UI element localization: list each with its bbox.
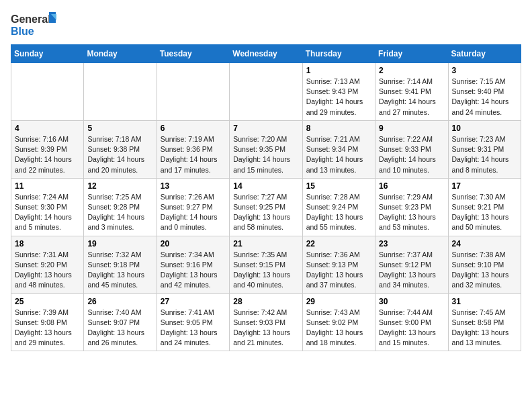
day-number: 11 xyxy=(15,181,80,191)
day-info: Sunrise: 7:13 AM Sunset: 9:43 PM Dayligh… xyxy=(306,77,371,118)
day-number: 9 xyxy=(379,124,444,133)
calendar-cell: 26Sunrise: 7:40 AM Sunset: 9:07 PM Dayli… xyxy=(84,293,157,351)
svg-text:General: General xyxy=(11,13,51,25)
calendar-cell xyxy=(230,63,302,121)
calendar-cell: 23Sunrise: 7:37 AM Sunset: 9:12 PM Dayli… xyxy=(375,236,448,293)
weekday-header-friday: Friday xyxy=(375,45,448,63)
day-number: 5 xyxy=(87,124,152,133)
calendar-cell xyxy=(84,63,157,121)
week-row-2: 4Sunrise: 7:16 AM Sunset: 9:39 PM Daylig… xyxy=(11,120,521,178)
day-info: Sunrise: 7:23 AM Sunset: 9:31 PM Dayligh… xyxy=(452,134,517,175)
calendar-cell xyxy=(11,63,84,121)
calendar-cell: 6Sunrise: 7:19 AM Sunset: 9:36 PM Daylig… xyxy=(157,120,229,178)
calendar-cell: 11Sunrise: 7:24 AM Sunset: 9:30 PM Dayli… xyxy=(11,178,84,236)
day-info: Sunrise: 7:35 AM Sunset: 9:15 PM Dayligh… xyxy=(233,250,298,291)
day-number: 23 xyxy=(379,239,444,248)
day-info: Sunrise: 7:21 AM Sunset: 9:34 PM Dayligh… xyxy=(306,134,371,175)
day-number: 7 xyxy=(233,124,298,133)
day-number: 15 xyxy=(306,181,371,191)
day-info: Sunrise: 7:32 AM Sunset: 9:18 PM Dayligh… xyxy=(87,250,152,291)
day-number: 2 xyxy=(379,66,444,75)
weekday-header-row: SundayMondayTuesdayWednesdayThursdayFrid… xyxy=(11,45,521,63)
day-number: 26 xyxy=(87,297,152,306)
calendar-cell: 20Sunrise: 7:34 AM Sunset: 9:16 PM Dayli… xyxy=(157,236,229,293)
day-info: Sunrise: 7:26 AM Sunset: 9:27 PM Dayligh… xyxy=(161,192,226,233)
day-number: 12 xyxy=(87,181,152,191)
week-row-1: 1Sunrise: 7:13 AM Sunset: 9:43 PM Daylig… xyxy=(11,63,521,121)
day-info: Sunrise: 7:34 AM Sunset: 9:16 PM Dayligh… xyxy=(161,250,226,291)
day-number: 6 xyxy=(161,124,226,133)
day-info: Sunrise: 7:40 AM Sunset: 9:07 PM Dayligh… xyxy=(87,308,152,349)
day-info: Sunrise: 7:41 AM Sunset: 9:05 PM Dayligh… xyxy=(161,308,226,349)
day-number: 10 xyxy=(452,124,517,133)
day-info: Sunrise: 7:16 AM Sunset: 9:39 PM Dayligh… xyxy=(15,134,80,175)
calendar-cell: 14Sunrise: 7:27 AM Sunset: 9:25 PM Dayli… xyxy=(230,178,302,236)
day-info: Sunrise: 7:44 AM Sunset: 9:00 PM Dayligh… xyxy=(379,308,444,349)
day-info: Sunrise: 7:29 AM Sunset: 9:23 PM Dayligh… xyxy=(379,192,444,233)
day-info: Sunrise: 7:38 AM Sunset: 9:10 PM Dayligh… xyxy=(452,250,517,291)
calendar-cell: 9Sunrise: 7:22 AM Sunset: 9:33 PM Daylig… xyxy=(375,120,448,178)
svg-text:Blue: Blue xyxy=(11,26,34,37)
day-info: Sunrise: 7:15 AM Sunset: 9:40 PM Dayligh… xyxy=(452,77,517,118)
day-info: Sunrise: 7:27 AM Sunset: 9:25 PM Dayligh… xyxy=(233,192,298,233)
calendar-cell: 29Sunrise: 7:43 AM Sunset: 9:02 PM Dayli… xyxy=(302,293,375,351)
day-info: Sunrise: 7:19 AM Sunset: 9:36 PM Dayligh… xyxy=(161,134,226,175)
calendar-cell: 24Sunrise: 7:38 AM Sunset: 9:10 PM Dayli… xyxy=(448,236,521,293)
day-info: Sunrise: 7:31 AM Sunset: 9:20 PM Dayligh… xyxy=(15,250,80,291)
weekday-header-monday: Monday xyxy=(84,45,157,63)
day-info: Sunrise: 7:37 AM Sunset: 9:12 PM Dayligh… xyxy=(379,250,444,291)
weekday-header-sunday: Sunday xyxy=(11,45,84,63)
calendar-cell: 30Sunrise: 7:44 AM Sunset: 9:00 PM Dayli… xyxy=(375,293,448,351)
day-number: 24 xyxy=(452,239,517,248)
calendar-cell: 13Sunrise: 7:26 AM Sunset: 9:27 PM Dayli… xyxy=(157,178,229,236)
calendar-cell: 1Sunrise: 7:13 AM Sunset: 9:43 PM Daylig… xyxy=(302,63,375,121)
day-info: Sunrise: 7:22 AM Sunset: 9:33 PM Dayligh… xyxy=(379,134,444,175)
calendar-cell: 16Sunrise: 7:29 AM Sunset: 9:23 PM Dayli… xyxy=(375,178,448,236)
day-number: 28 xyxy=(233,297,298,306)
calendar-cell: 12Sunrise: 7:25 AM Sunset: 9:28 PM Dayli… xyxy=(84,178,157,236)
calendar-cell: 2Sunrise: 7:14 AM Sunset: 9:41 PM Daylig… xyxy=(375,63,448,121)
day-info: Sunrise: 7:30 AM Sunset: 9:21 PM Dayligh… xyxy=(452,192,517,233)
day-number: 22 xyxy=(306,239,371,248)
calendar-cell: 28Sunrise: 7:42 AM Sunset: 9:03 PM Dayli… xyxy=(230,293,302,351)
day-number: 31 xyxy=(452,297,517,306)
calendar-cell: 17Sunrise: 7:30 AM Sunset: 9:21 PM Dayli… xyxy=(448,178,521,236)
day-number: 13 xyxy=(161,181,226,191)
day-info: Sunrise: 7:42 AM Sunset: 9:03 PM Dayligh… xyxy=(233,308,298,349)
day-info: Sunrise: 7:45 AM Sunset: 8:58 PM Dayligh… xyxy=(452,308,517,349)
day-info: Sunrise: 7:14 AM Sunset: 9:41 PM Dayligh… xyxy=(379,77,444,118)
calendar-cell xyxy=(157,63,229,121)
day-info: Sunrise: 7:36 AM Sunset: 9:13 PM Dayligh… xyxy=(306,250,371,291)
calendar-cell: 18Sunrise: 7:31 AM Sunset: 9:20 PM Dayli… xyxy=(11,236,84,293)
day-number: 4 xyxy=(15,124,80,133)
day-info: Sunrise: 7:18 AM Sunset: 9:38 PM Dayligh… xyxy=(87,134,152,175)
day-number: 19 xyxy=(87,239,152,248)
logo: GeneralBlue xyxy=(11,11,64,38)
calendar-cell: 8Sunrise: 7:21 AM Sunset: 9:34 PM Daylig… xyxy=(302,120,375,178)
weekday-header-thursday: Thursday xyxy=(302,45,375,63)
day-number: 21 xyxy=(233,239,298,248)
calendar-cell: 19Sunrise: 7:32 AM Sunset: 9:18 PM Dayli… xyxy=(84,236,157,293)
day-number: 16 xyxy=(379,181,444,191)
weekday-header-tuesday: Tuesday xyxy=(157,45,229,63)
day-number: 20 xyxy=(161,239,226,248)
calendar-cell: 10Sunrise: 7:23 AM Sunset: 9:31 PM Dayli… xyxy=(448,120,521,178)
weekday-header-wednesday: Wednesday xyxy=(230,45,302,63)
day-info: Sunrise: 7:24 AM Sunset: 9:30 PM Dayligh… xyxy=(15,192,80,233)
day-info: Sunrise: 7:25 AM Sunset: 9:28 PM Dayligh… xyxy=(87,192,152,233)
calendar-cell: 21Sunrise: 7:35 AM Sunset: 9:15 PM Dayli… xyxy=(230,236,302,293)
day-number: 27 xyxy=(161,297,226,306)
calendar-cell: 31Sunrise: 7:45 AM Sunset: 8:58 PM Dayli… xyxy=(448,293,521,351)
calendar-cell: 27Sunrise: 7:41 AM Sunset: 9:05 PM Dayli… xyxy=(157,293,229,351)
week-row-5: 25Sunrise: 7:39 AM Sunset: 9:08 PM Dayli… xyxy=(11,293,521,351)
day-number: 18 xyxy=(15,239,80,248)
day-number: 17 xyxy=(452,181,517,191)
calendar-cell: 15Sunrise: 7:28 AM Sunset: 9:24 PM Dayli… xyxy=(302,178,375,236)
calendar-cell: 4Sunrise: 7:16 AM Sunset: 9:39 PM Daylig… xyxy=(11,120,84,178)
day-number: 29 xyxy=(306,297,371,306)
calendar-cell: 25Sunrise: 7:39 AM Sunset: 9:08 PM Dayli… xyxy=(11,293,84,351)
day-info: Sunrise: 7:28 AM Sunset: 9:24 PM Dayligh… xyxy=(306,192,371,233)
week-row-3: 11Sunrise: 7:24 AM Sunset: 9:30 PM Dayli… xyxy=(11,178,521,236)
day-info: Sunrise: 7:39 AM Sunset: 9:08 PM Dayligh… xyxy=(15,308,80,349)
day-number: 1 xyxy=(306,66,371,75)
